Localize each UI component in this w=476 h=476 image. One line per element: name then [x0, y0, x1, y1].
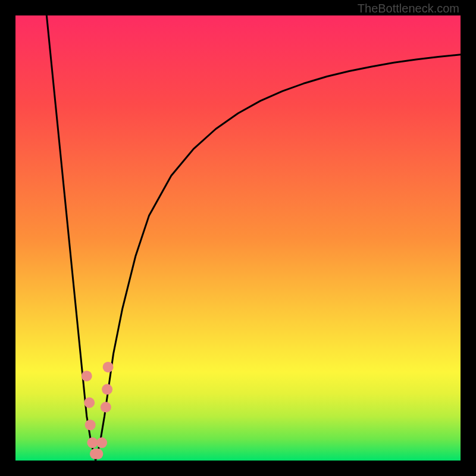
chart-svg: TheBottleneck.com: [0, 0, 476, 476]
data-point: [92, 449, 103, 459]
data-point: [96, 437, 107, 448]
data-point: [82, 371, 92, 381]
data-point: [87, 437, 98, 448]
frame-right: [461, 0, 476, 476]
bottleneck-chart: TheBottleneck.com: [0, 0, 476, 476]
data-point: [102, 384, 112, 394]
data-point: [101, 402, 111, 412]
data-point: [85, 419, 96, 430]
data-point: [103, 362, 114, 372]
attribution-text: TheBottleneck.com: [358, 2, 459, 15]
frame-left: [0, 0, 15, 476]
data-point: [84, 397, 95, 408]
frame-bottom: [0, 461, 476, 476]
chart-background: [15, 15, 461, 461]
